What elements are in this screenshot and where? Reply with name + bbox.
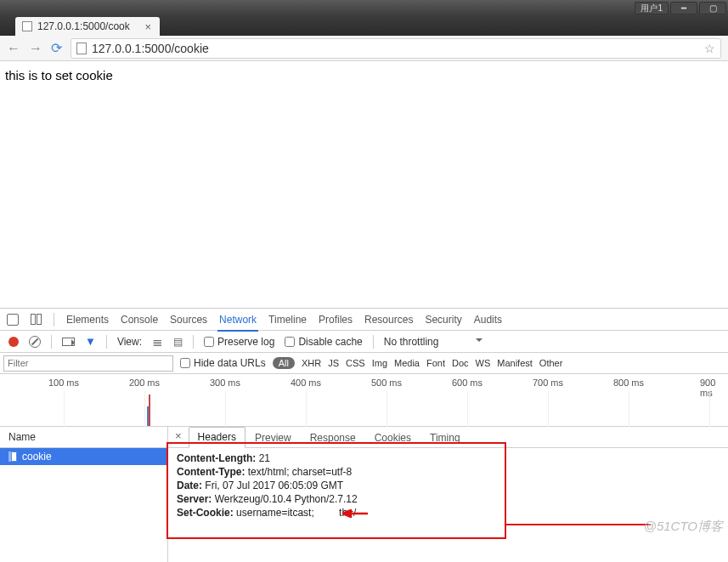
tab-security[interactable]: Security xyxy=(425,314,461,326)
disable-cache-label: Disable cache xyxy=(298,336,362,348)
browser-tabstrip: 127.0.0.1:5000/cook × xyxy=(0,16,728,36)
devtools-panel: Elements Console Sources Network Timelin… xyxy=(0,308,728,562)
tick: 900 ms xyxy=(700,378,719,398)
reload-button[interactable]: ⟳ xyxy=(51,40,62,56)
tick: 600 ms xyxy=(452,378,483,388)
browser-tab[interactable]: 127.0.0.1:5000/cook × xyxy=(15,17,160,36)
back-button[interactable]: ← xyxy=(7,41,20,56)
user-badge[interactable]: 用户1 xyxy=(635,2,669,14)
separator xyxy=(51,335,52,349)
detail-tabs: × Headers Preview Response Cookies Timin… xyxy=(168,427,728,448)
tab-audits[interactable]: Audits xyxy=(474,314,502,326)
maximize-button[interactable]: ▢ xyxy=(699,2,726,14)
tab-profiles[interactable]: Profiles xyxy=(319,314,353,326)
tab-console[interactable]: Console xyxy=(121,314,158,326)
preserve-log-checkbox[interactable]: Preserve log xyxy=(204,336,274,348)
clear-icon[interactable] xyxy=(29,336,41,348)
disable-cache-checkbox[interactable]: Disable cache xyxy=(285,336,362,348)
hdr-k: Content-Length: xyxy=(177,452,256,464)
detail-tab-response[interactable]: Response xyxy=(301,428,365,448)
hdr-v: username=itcast; xyxy=(236,507,314,519)
address-field-wrap: ☆ xyxy=(71,38,721,59)
record-button[interactable] xyxy=(8,337,19,347)
preserve-log-label: Preserve log xyxy=(217,336,274,348)
red-arrow-annotation xyxy=(342,509,368,518)
large-rows-icon[interactable] xyxy=(152,334,163,349)
filter-ws[interactable]: WS xyxy=(476,358,491,368)
filter-doc[interactable]: Doc xyxy=(452,358,469,368)
request-detail: × Headers Preview Response Cookies Timin… xyxy=(168,427,728,562)
forward-button[interactable]: → xyxy=(29,41,42,56)
hdr-v: Fri, 07 Jul 2017 06:05:09 GMT xyxy=(205,480,343,491)
close-detail-icon[interactable]: × xyxy=(173,429,189,446)
tick: 400 ms xyxy=(291,378,321,388)
filter-icon[interactable]: ▼ xyxy=(85,335,96,348)
tab-network[interactable]: Network xyxy=(219,314,257,326)
separator xyxy=(193,335,194,349)
file-icon xyxy=(22,21,32,31)
document-icon xyxy=(8,451,17,462)
network-filterbar: Hide data URLs All XHR JS CSS Img Media … xyxy=(0,353,728,374)
filter-img[interactable]: Img xyxy=(372,358,387,368)
filter-css[interactable]: CSS xyxy=(346,358,365,368)
hdr-v: text/html; charset=utf-8 xyxy=(248,466,352,478)
inspect-icon[interactable] xyxy=(7,314,19,326)
tab-resources[interactable]: Resources xyxy=(364,314,413,326)
tab-sources[interactable]: Sources xyxy=(170,314,207,326)
tick: 700 ms xyxy=(533,378,563,388)
filter-media[interactable]: Media xyxy=(394,358,420,368)
column-name[interactable]: Name xyxy=(0,427,167,448)
request-row[interactable]: cookie xyxy=(0,448,167,465)
network-timeline[interactable]: 100 ms 200 ms 300 ms 400 ms 500 ms 600 m… xyxy=(0,374,728,427)
filter-font[interactable]: Font xyxy=(426,358,445,368)
separator xyxy=(54,313,54,326)
hdr-k: Set-Cookie: xyxy=(177,507,234,519)
hide-data-urls-label: Hide data URLs xyxy=(194,357,266,369)
waterfall-icon[interactable]: ▤ xyxy=(173,336,183,348)
page-text: this is to set cookie xyxy=(5,68,113,82)
close-tab-icon[interactable]: × xyxy=(144,20,151,33)
view-label: View: xyxy=(117,336,142,348)
devtools-tabbar: Elements Console Sources Network Timelin… xyxy=(0,309,728,331)
url-input[interactable] xyxy=(92,42,699,55)
tick: 100 ms xyxy=(48,378,79,388)
separator xyxy=(106,335,107,349)
capture-screenshots-icon[interactable] xyxy=(62,338,75,346)
detail-tab-cookies[interactable]: Cookies xyxy=(365,428,420,448)
hide-data-urls-checkbox[interactable]: Hide data URLs xyxy=(180,357,266,369)
address-bar: ← → ⟳ ☆ xyxy=(0,36,728,61)
filter-js[interactable]: JS xyxy=(328,358,339,368)
window-titlebar: 用户1 ━ ▢ xyxy=(0,0,728,16)
page-icon xyxy=(76,43,87,54)
hdr-k: Server: xyxy=(177,493,212,505)
throttling-select[interactable]: No throttling xyxy=(384,336,483,348)
tick: 500 ms xyxy=(371,378,402,388)
hdr-k: Content-Type: xyxy=(177,466,245,478)
filter-manifest[interactable]: Manifest xyxy=(497,358,533,368)
detail-tab-headers[interactable]: Headers xyxy=(189,427,245,448)
tick: 800 ms xyxy=(613,378,644,388)
bookmark-star-icon[interactable]: ☆ xyxy=(704,42,715,55)
tab-elements[interactable]: Elements xyxy=(66,314,109,326)
tab-timeline[interactable]: Timeline xyxy=(268,314,307,326)
tick: 300 ms xyxy=(210,378,240,388)
minimize-button[interactable]: ━ xyxy=(670,2,697,14)
response-headers: Content-Length: 21 Content-Type: text/ht… xyxy=(168,448,728,562)
tab-title: 127.0.0.1:5000/cook xyxy=(37,20,130,32)
detail-tab-timing[interactable]: Timing xyxy=(420,428,470,448)
page-body: this is to set cookie xyxy=(0,61,728,90)
timeline-bars xyxy=(147,389,151,426)
hdr-k: Date: xyxy=(177,480,202,491)
filter-xhr[interactable]: XHR xyxy=(302,358,321,368)
hdr-v: 21 xyxy=(259,452,270,464)
filter-all[interactable]: All xyxy=(273,357,295,369)
network-toolbar: ▼ View: ▤ Preserve log Disable cache No … xyxy=(0,331,728,353)
network-split: Name cookie × Headers Preview Response C… xyxy=(0,427,728,562)
request-name: cookie xyxy=(22,451,52,463)
filter-input[interactable] xyxy=(3,355,173,372)
detail-tab-preview[interactable]: Preview xyxy=(245,428,301,448)
tick: 200 ms xyxy=(129,378,160,388)
request-list: Name cookie xyxy=(0,427,168,562)
device-toggle-icon[interactable] xyxy=(31,314,42,325)
filter-other[interactable]: Other xyxy=(539,358,563,368)
